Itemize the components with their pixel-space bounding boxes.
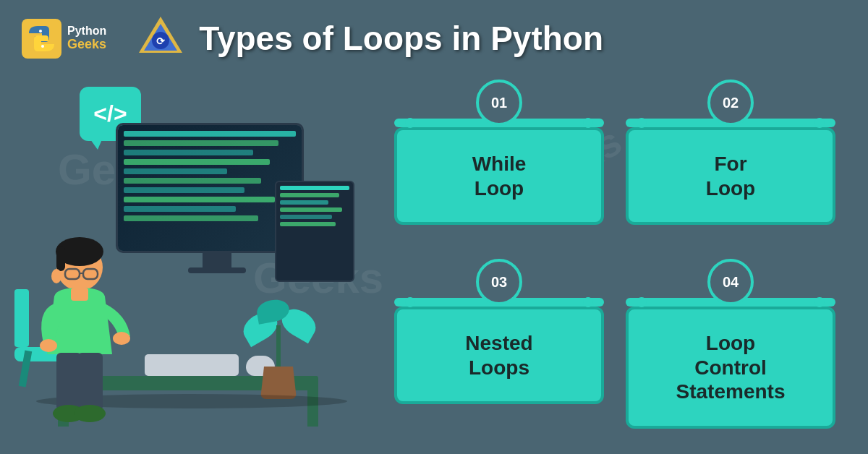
side-screen [275, 181, 354, 282]
monitor-bar-7 [124, 187, 244, 193]
monitor-bar-8 [124, 197, 275, 202]
monitor-bar-2 [124, 140, 278, 146]
side-bar-4 [280, 207, 342, 212]
svg-rect-20 [71, 288, 88, 301]
monitor-bar-5 [124, 168, 227, 174]
number-label-03: 03 [491, 274, 507, 291]
svg-point-14 [40, 339, 57, 352]
monitor-bar-4 [124, 159, 270, 165]
side-bar-6 [280, 222, 336, 226]
header: Python Geeks ⟳ Types of Loops in Python [0, 13, 868, 64]
number-circle-02: 02 [707, 80, 754, 126]
logo-text: Python Geeks [67, 25, 106, 51]
svg-point-2 [41, 45, 44, 48]
python-geeks-logo-icon [22, 19, 61, 59]
svg-point-13 [51, 269, 61, 283]
monitor-bar-3 [124, 150, 253, 155]
page-title: Types of Loops in Python [199, 19, 603, 58]
number-circle-03: 03 [476, 259, 522, 305]
while-loop-label: WhileLoop [472, 152, 527, 200]
svg-point-19 [74, 405, 106, 422]
svg-point-15 [113, 332, 130, 345]
monitor-bar-10 [124, 215, 258, 221]
number-label-01: 01 [491, 95, 507, 111]
plant-stem [276, 325, 281, 369]
number-label-02: 02 [723, 95, 739, 111]
svg-point-1 [39, 30, 42, 33]
title-area: ⟳ Types of Loops in Python [135, 13, 603, 64]
loop-card-for: ForLoop [626, 127, 835, 225]
person-illustration [7, 231, 181, 441]
side-bar-5 [280, 215, 332, 219]
for-loop-label: ForLoop [706, 152, 755, 200]
side-bar-3 [280, 200, 328, 205]
logo-geeks: Geeks [67, 38, 106, 52]
illustration-area: </> [0, 65, 383, 448]
card-section-04: 04 LoopControlStatements [615, 252, 846, 441]
monitor-bar-9 [124, 206, 236, 212]
svg-text:⟳: ⟳ [156, 35, 166, 47]
svg-rect-9 [56, 246, 65, 271]
monitor-bar-1 [124, 131, 296, 137]
python-arrow-icon: ⟳ [135, 13, 186, 64]
nested-loops-label: NestedLoops [465, 331, 532, 380]
monitor-base [188, 267, 246, 273]
loop-card-control: LoopControlStatements [626, 307, 835, 429]
cards-grid: 01 WhileLoop 02 ForLoop 03 NestedLoop [383, 72, 846, 441]
svg-rect-17 [77, 353, 103, 411]
card-section-03: 03 NestedLoops [383, 252, 615, 441]
number-circle-01: 01 [476, 80, 522, 126]
loop-control-label: LoopControlStatements [676, 331, 786, 404]
logo-area: Python Geeks [22, 19, 106, 59]
number-circle-04: 04 [707, 259, 754, 305]
card-section-01: 01 WhileLoop [383, 72, 615, 237]
number-label-04: 04 [723, 274, 739, 291]
loop-card-nested: NestedLoops [394, 307, 604, 404]
loop-card-while: WhileLoop [394, 127, 604, 225]
side-bar-2 [280, 193, 339, 197]
side-bar-1 [280, 186, 349, 190]
right-content: 01 WhileLoop 02 ForLoop 03 NestedLoop [383, 72, 846, 441]
logo-python: Python [67, 25, 106, 38]
monitor-stand [203, 253, 231, 267]
card-section-02: 02 ForLoop [615, 72, 846, 237]
monitor-bar-6 [124, 178, 261, 184]
